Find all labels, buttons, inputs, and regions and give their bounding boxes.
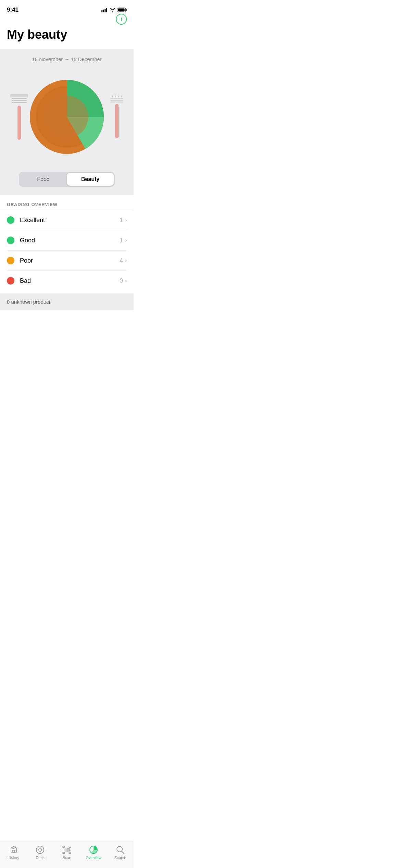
chart-container — [0, 69, 134, 165]
info-button[interactable]: i — [116, 14, 127, 25]
grade-row-good[interactable]: Good 1 › — [7, 230, 127, 250]
grade-label-poor: Poor — [20, 257, 120, 264]
page-title: My beauty — [7, 27, 127, 42]
toggle-beauty[interactable]: Beauty — [67, 173, 114, 186]
toggle-food[interactable]: Food — [20, 173, 67, 186]
date-range: 18 November → 18 December — [0, 56, 134, 62]
svg-point-8 — [46, 96, 88, 138]
battery-icon — [118, 8, 127, 12]
signal-icon — [101, 8, 108, 12]
header: i My beauty — [0, 27, 134, 45]
svg-rect-3 — [106, 8, 107, 12]
chevron-icon-bad: › — [125, 278, 127, 284]
pie-chart — [26, 76, 108, 158]
svg-rect-2 — [105, 9, 106, 12]
grade-dot-bad — [7, 277, 14, 285]
status-time: 9:41 — [7, 7, 19, 13]
grade-count-bad: 0 — [120, 277, 123, 285]
grade-count-excellent: 1 — [120, 217, 123, 224]
wifi-icon — [110, 8, 116, 12]
pie-chart-svg — [26, 76, 108, 158]
fork-icon — [110, 96, 123, 138]
chevron-icon-poor: › — [125, 257, 127, 264]
chevron-icon-excellent: › — [125, 217, 127, 223]
grade-label-bad: Bad — [20, 277, 120, 285]
grade-label-excellent: Excellent — [20, 217, 120, 224]
grading-section: GRADING OVERVIEW Excellent 1 › Good 1 › … — [0, 202, 134, 291]
status-bar: 9:41 — [0, 0, 134, 17]
toggle-container: Food Beauty — [19, 172, 115, 187]
grade-dot-excellent — [7, 216, 14, 224]
grading-title: GRADING OVERVIEW — [7, 202, 127, 207]
svg-rect-0 — [101, 10, 102, 12]
grade-row-bad[interactable]: Bad 0 › — [7, 270, 127, 291]
unknown-product: 0 unknown product — [0, 293, 134, 310]
chevron-icon-good: › — [125, 237, 127, 243]
grade-count-good: 1 — [120, 237, 123, 244]
grade-row-excellent[interactable]: Excellent 1 › — [7, 210, 127, 230]
svg-rect-5 — [118, 9, 125, 12]
chart-section: 18 November → 18 December — [0, 49, 134, 195]
svg-rect-1 — [103, 10, 104, 12]
grade-label-good: Good — [20, 237, 120, 244]
status-icons — [101, 8, 127, 12]
grade-count-poor: 4 — [120, 257, 123, 264]
grade-dot-good — [7, 237, 14, 244]
grade-dot-poor — [7, 257, 14, 264]
grade-row-poor[interactable]: Poor 4 › — [7, 250, 127, 270]
